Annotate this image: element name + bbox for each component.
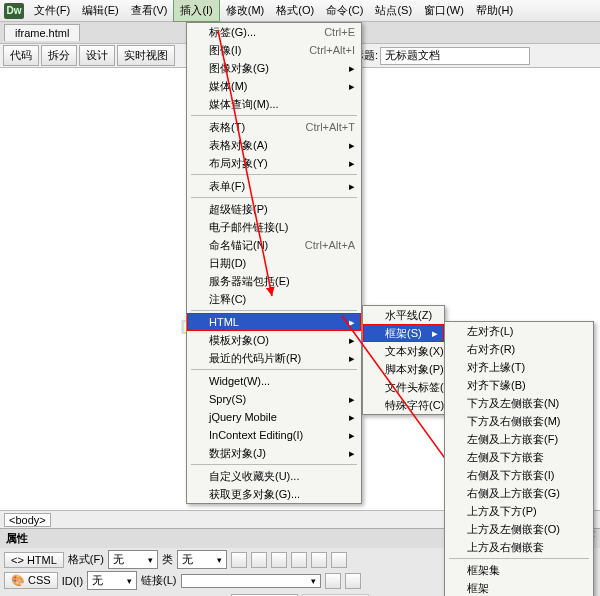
insert-item-17[interactable]: 注释(C)	[187, 290, 361, 308]
menu-format[interactable]: 格式(O)	[270, 0, 320, 21]
split-view-button[interactable]: 拆分	[41, 45, 77, 66]
insert-item-2[interactable]: 图像对象(G)▸	[187, 59, 361, 77]
frame-item-2[interactable]: 对齐上缘(T)	[445, 358, 593, 376]
menu-window[interactable]: 窗口(W)	[418, 0, 470, 21]
insert-item-3[interactable]: 媒体(M)▸	[187, 77, 361, 95]
frame-item-15[interactable]: 框架	[445, 579, 593, 596]
menu-help[interactable]: 帮助(H)	[470, 0, 519, 21]
insert-item-4[interactable]: 媒体查询(M)...	[187, 95, 361, 113]
html-item-4[interactable]: 文件头标签(H)▸	[363, 378, 444, 396]
menubar: Dw 文件(F) 编辑(E) 查看(V) 插入(I) 修改(M) 格式(O) 命…	[0, 0, 600, 22]
link-select[interactable]: ▾	[181, 574, 321, 588]
insert-item-27[interactable]: 数据对象(J)▸	[187, 444, 361, 462]
insert-item-23[interactable]: Widget(W)...	[187, 372, 361, 390]
insert-item-14[interactable]: 命名锚记(N)Ctrl+Alt+A	[187, 236, 361, 254]
ul-icon[interactable]	[311, 552, 327, 568]
insert-item-26[interactable]: InContext Editing(I)▸	[187, 426, 361, 444]
id-label: ID(I)	[62, 575, 83, 587]
frame-item-9[interactable]: 右侧及上方嵌套(G)	[445, 484, 593, 502]
bold-icon[interactable]	[231, 552, 247, 568]
menu-site[interactable]: 站点(S)	[369, 0, 418, 21]
insert-item-12[interactable]: 超级链接(P)	[187, 200, 361, 218]
format-select[interactable]: 无▾	[108, 550, 158, 569]
link-label: 链接(L)	[141, 573, 176, 588]
title-input[interactable]	[380, 47, 530, 65]
frame-item-7[interactable]: 左侧及下方嵌套	[445, 448, 593, 466]
italic-icon[interactable]	[251, 552, 267, 568]
menu-edit[interactable]: 编辑(E)	[76, 0, 125, 21]
insert-item-30[interactable]: 获取更多对象(G)...	[187, 485, 361, 503]
html-mode-button[interactable]: <> HTML	[4, 552, 64, 568]
ol-icon[interactable]	[331, 552, 347, 568]
frame-item-1[interactable]: 右对齐(R)	[445, 340, 593, 358]
insert-item-6[interactable]: 表格(T)Ctrl+Alt+T	[187, 118, 361, 136]
indent-icon[interactable]	[291, 552, 307, 568]
format-label: 格式(F)	[68, 552, 104, 567]
insert-item-24[interactable]: Spry(S)▸	[187, 390, 361, 408]
frame-item-3[interactable]: 对齐下缘(B)	[445, 376, 593, 394]
html-item-2[interactable]: 文本对象(X)▸	[363, 342, 444, 360]
id-select[interactable]: 无▾	[87, 571, 137, 590]
menu-commands[interactable]: 命令(C)	[320, 0, 369, 21]
html-submenu: 水平线(Z)框架(S)▸文本对象(X)▸脚本对象(P)▸文件头标签(H)▸特殊字…	[362, 305, 445, 415]
insert-item-0[interactable]: 标签(G)...Ctrl+E	[187, 23, 361, 41]
menu-modify[interactable]: 修改(M)	[220, 0, 271, 21]
frame-item-0[interactable]: 左对齐(L)	[445, 322, 593, 340]
class-label: 类	[162, 552, 173, 567]
frame-item-6[interactable]: 左侧及上方嵌套(F)	[445, 430, 593, 448]
insert-menu: 标签(G)...Ctrl+E图像(I)Ctrl+Alt+I图像对象(G)▸媒体(…	[186, 22, 362, 504]
outdent-icon[interactable]	[271, 552, 287, 568]
menu-view[interactable]: 查看(V)	[125, 0, 174, 21]
menu-insert[interactable]: 插入(I)	[173, 0, 219, 22]
file-tab[interactable]: iframe.html	[4, 24, 80, 41]
insert-item-10[interactable]: 表单(F)▸	[187, 177, 361, 195]
frame-item-14[interactable]: 框架集	[445, 561, 593, 579]
html-item-1[interactable]: 框架(S)▸	[363, 324, 444, 342]
body-tag-chip[interactable]: <body>	[4, 513, 51, 527]
frame-item-5[interactable]: 下方及右侧嵌套(M)	[445, 412, 593, 430]
html-item-0[interactable]: 水平线(Z)	[363, 306, 444, 324]
insert-item-8[interactable]: 布局对象(Y)▸	[187, 154, 361, 172]
frame-item-12[interactable]: 上方及右侧嵌套	[445, 538, 593, 556]
frame-item-11[interactable]: 上方及左侧嵌套(O)	[445, 520, 593, 538]
insert-item-15[interactable]: 日期(D)	[187, 254, 361, 272]
link-target-icon[interactable]	[325, 573, 341, 589]
html-item-5[interactable]: 特殊字符(C)▸	[363, 396, 444, 414]
insert-item-13[interactable]: 电子邮件链接(L)	[187, 218, 361, 236]
menu-file[interactable]: 文件(F)	[28, 0, 76, 21]
design-view-button[interactable]: 设计	[79, 45, 115, 66]
frame-item-10[interactable]: 上方及下方(P)	[445, 502, 593, 520]
frame-item-8[interactable]: 右侧及下方嵌套(I)	[445, 466, 593, 484]
insert-item-16[interactable]: 服务器端包括(E)	[187, 272, 361, 290]
html-item-3[interactable]: 脚本对象(P)▸	[363, 360, 444, 378]
frame-item-4[interactable]: 下方及左侧嵌套(N)	[445, 394, 593, 412]
insert-item-7[interactable]: 表格对象(A)▸	[187, 136, 361, 154]
insert-item-25[interactable]: jQuery Mobile▸	[187, 408, 361, 426]
css-mode-button[interactable]: 🎨 CSS	[4, 572, 58, 589]
live-view-button[interactable]: 实时视图	[117, 45, 175, 66]
link-folder-icon[interactable]	[345, 573, 361, 589]
frame-submenu: 左对齐(L)右对齐(R)对齐上缘(T)对齐下缘(B)下方及左侧嵌套(N)下方及右…	[444, 321, 594, 596]
insert-item-29[interactable]: 自定义收藏夹(U)...	[187, 467, 361, 485]
code-view-button[interactable]: 代码	[3, 45, 39, 66]
insert-item-21[interactable]: 最近的代码片断(R)▸	[187, 349, 361, 367]
insert-item-19[interactable]: HTML▸	[187, 313, 361, 331]
insert-item-20[interactable]: 模板对象(O)▸	[187, 331, 361, 349]
app-logo: Dw	[4, 3, 24, 19]
class-select[interactable]: 无▾	[177, 550, 227, 569]
insert-item-1[interactable]: 图像(I)Ctrl+Alt+I	[187, 41, 361, 59]
